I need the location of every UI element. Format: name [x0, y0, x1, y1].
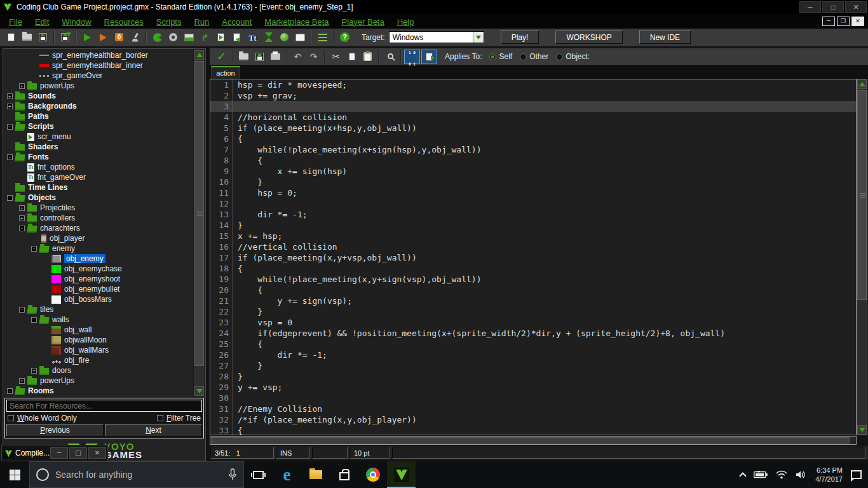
collapse-icon[interactable]: - [7, 388, 13, 394]
compile-minimize-button[interactable]: ─ [50, 447, 68, 459]
expand-icon[interactable]: + [7, 104, 13, 109]
code-line[interactable]: 32/*if (place_meeting(x,y,obj_player)) [210, 414, 856, 425]
tree-item-spr_enemyhealthbar_inner[interactable]: spr_enemyhealthbar_inner [4, 60, 193, 71]
create-script-icon[interactable] [213, 30, 229, 44]
collapse-icon[interactable]: - [7, 154, 13, 160]
cut-icon[interactable] [328, 50, 344, 64]
task-view-button[interactable] [244, 461, 273, 488]
code-line[interactable]: 4//horizontal collision [210, 112, 856, 123]
expand-icon[interactable]: + [19, 83, 25, 89]
menu-resources[interactable]: Resources [104, 17, 144, 27]
search-icon[interactable] [382, 50, 398, 64]
create-path-icon[interactable] [197, 30, 213, 44]
taskbar-search[interactable] [29, 461, 244, 488]
tree-item-obj_player[interactable]: obj_player [4, 233, 193, 243]
create-background-icon[interactable] [181, 30, 197, 44]
target-select[interactable]: Windows [389, 31, 484, 43]
code-line[interactable]: 22 } [210, 306, 856, 317]
taskbar-search-input[interactable] [55, 470, 228, 480]
target-dropdown-icon[interactable] [473, 32, 484, 43]
run-game-icon[interactable] [79, 30, 95, 44]
compile-maximize-button[interactable]: □ [69, 447, 87, 459]
tree-scrollbar[interactable] [193, 50, 204, 396]
line-numbers-toggle[interactable] [404, 50, 420, 64]
scroll-up-icon[interactable] [194, 50, 204, 60]
code-editor[interactable]: 1hsp = dir * movespeed;2vsp += grav;34//… [210, 79, 857, 435]
collapse-icon[interactable]: - [7, 195, 13, 201]
code-line[interactable]: 26 dir *= -1; [210, 349, 856, 360]
minimize-button[interactable]: ─ [799, 1, 821, 13]
expand-icon[interactable]: + [19, 205, 25, 211]
tree-item-spr_enemyhealthbar_border[interactable]: spr_enemyhealthbar_border [4, 50, 193, 60]
expand-icon[interactable]: + [7, 93, 13, 99]
tree-item-powerUps[interactable]: +powerUps [4, 376, 193, 386]
mdi-minimize-button[interactable]: ─ [822, 17, 835, 26]
filter-tree-checkbox[interactable] [157, 415, 163, 421]
resource-search-input[interactable] [6, 400, 202, 412]
workshop-button[interactable]: WORKSHOP [555, 30, 622, 44]
tree-item-obj_enemybullet[interactable]: obj_enemybullet [4, 284, 193, 294]
clean-cache-icon[interactable] [127, 30, 143, 44]
code-line[interactable]: 25 { [210, 339, 856, 349]
microphone-icon[interactable] [228, 468, 237, 481]
tree-item-obj_wallMars[interactable]: obj_wallMars [4, 345, 193, 355]
applies-other-radio[interactable] [520, 53, 527, 60]
new-project-icon[interactable] [3, 30, 19, 44]
code-line[interactable]: 18{ [210, 263, 856, 274]
create-object-icon[interactable] [276, 30, 292, 44]
store-taskbar-button[interactable] [330, 461, 358, 488]
scroll-up-icon[interactable] [857, 79, 867, 89]
collapse-icon[interactable]: - [19, 307, 25, 313]
create-executable-icon[interactable] [57, 30, 73, 44]
menu-run[interactable]: Run [194, 17, 209, 27]
save-script-icon[interactable] [252, 50, 268, 64]
tree-item-charachters[interactable]: -charachters [4, 223, 193, 233]
new-ide-button[interactable]: New IDE [639, 30, 691, 44]
tree-item-tiles[interactable]: -tiles [4, 304, 193, 315]
redo-icon[interactable] [306, 50, 322, 64]
help-icon[interactable] [337, 30, 353, 44]
run-normal-icon[interactable] [95, 30, 111, 44]
apply-check-icon[interactable] [214, 50, 229, 64]
tree-item-controllers[interactable]: +controllers [4, 213, 193, 223]
code-line[interactable]: 19 while(!place_meeting(x,y+sign(vsp),ob… [210, 274, 856, 285]
tree-item-spr_gameOver[interactable]: spr_gameOver [4, 71, 193, 81]
print-icon[interactable] [268, 50, 283, 64]
code-line[interactable]: 29y += vsp; [210, 382, 856, 393]
compile-close-button[interactable]: ✕ [88, 447, 106, 459]
tree-item-powerUps[interactable]: +powerUps [4, 81, 193, 91]
tree-item-Rooms[interactable]: -Rooms [4, 386, 193, 396]
mdi-restore-button[interactable]: ❐ [837, 17, 850, 26]
menu-help[interactable]: Help [397, 17, 414, 27]
code-line[interactable]: 24 if(edgeprevent) && !position_meeting(… [210, 328, 856, 339]
tray-expand-icon[interactable] [740, 472, 747, 479]
applies-self-radio[interactable] [489, 53, 496, 60]
create-timeline-icon[interactable] [261, 30, 276, 44]
expand-icon[interactable]: + [19, 378, 25, 384]
tree-item-doors[interactable]: +doors [4, 365, 193, 376]
wifi-icon[interactable] [776, 470, 787, 479]
tab-action[interactable]: action [211, 66, 240, 79]
menu-account[interactable]: Account [222, 17, 252, 27]
tree-item-obj_fire[interactable]: obj_fire [4, 355, 193, 365]
load-script-icon[interactable] [236, 50, 252, 64]
paste-icon[interactable] [360, 50, 376, 64]
compile-window-titlebar[interactable]: Compile... ─ □ ✕ [1, 445, 108, 461]
collapse-icon[interactable]: - [19, 226, 25, 231]
menu-scripts[interactable]: Scripts [156, 17, 182, 27]
code-line[interactable]: 15x += hsp; [210, 231, 856, 241]
code-line[interactable]: 8 { [210, 155, 856, 166]
start-button[interactable] [0, 461, 29, 488]
whole-word-checkbox[interactable] [8, 415, 14, 421]
tree-item-enemy[interactable]: -enemy [4, 243, 193, 254]
tree-item-scr_menu[interactable]: scr_menu [4, 132, 193, 142]
tree-item-Objects[interactable]: -Objects [4, 193, 193, 203]
tree-item-obj_enemychase[interactable]: obj_enemychase [4, 264, 193, 274]
next-button[interactable]: Next [105, 424, 202, 437]
tree-item-Scripts[interactable]: -Scripts [4, 121, 193, 132]
collapse-icon[interactable]: - [31, 317, 37, 323]
collapse-icon[interactable]: - [7, 124, 13, 130]
menu-file[interactable]: File [9, 17, 22, 27]
tree-scrollbar-thumb[interactable] [194, 61, 204, 366]
scroll-down-icon[interactable] [857, 425, 867, 435]
